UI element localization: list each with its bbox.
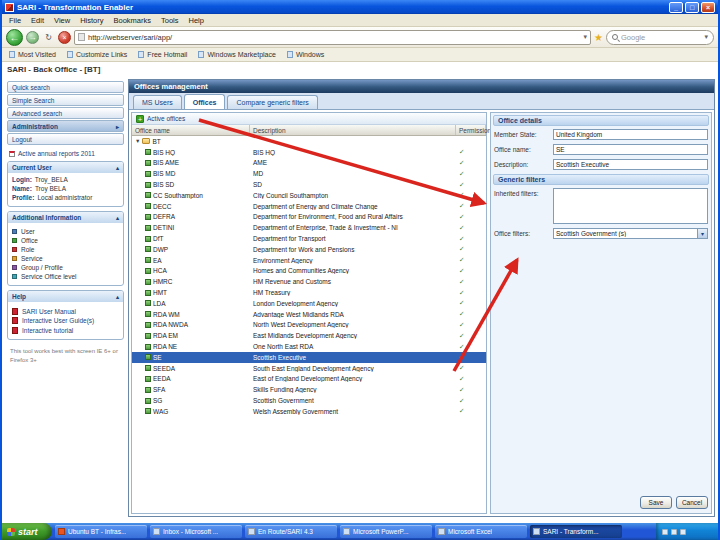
table-row[interactable]: BIS AMEAME✓ xyxy=(132,158,486,169)
add-office-icon[interactable]: + xyxy=(136,115,144,123)
menu-history[interactable]: History xyxy=(75,16,108,25)
table-row[interactable]: SGScottish Government✓ xyxy=(132,395,486,406)
sidebar-item-logout[interactable]: Logout xyxy=(7,133,124,145)
office-icon xyxy=(145,290,151,296)
menu-view[interactable]: View xyxy=(49,16,75,25)
table-row[interactable]: DETINIDepartment of Enterprise, Trade & … xyxy=(132,222,486,233)
permission-check-icon: ✓ xyxy=(459,407,464,415)
table-row[interactable]: SEEDASouth East England Development Agen… xyxy=(132,363,486,374)
menu-tools[interactable]: Tools xyxy=(156,16,184,25)
table-row[interactable]: SEScottish Executive✓ xyxy=(132,352,486,363)
menu-bookmarks[interactable]: Bookmarks xyxy=(109,16,157,25)
tab-ms-users[interactable]: MS Users xyxy=(133,95,182,109)
bookmark-customize-links[interactable]: Customize Links xyxy=(67,51,127,58)
stop-button[interactable]: × xyxy=(58,31,71,44)
office-filters-select[interactable]: Scottish Government (s) ▾ xyxy=(553,228,708,239)
collapse-icon[interactable]: ▴ xyxy=(116,214,119,221)
start-button[interactable]: start xyxy=(0,523,52,540)
save-button[interactable]: Save xyxy=(640,496,672,509)
search-engine-dropdown-icon[interactable]: ▾ xyxy=(704,33,708,41)
table-row[interactable]: WAGWelsh Assembly Government✓ xyxy=(132,406,486,417)
table-row[interactable]: LDALondon Development Agency✓ xyxy=(132,298,486,309)
refresh-button[interactable]: ↻ xyxy=(42,31,55,44)
sidebar-item-simple-search[interactable]: Simple Search xyxy=(7,94,124,106)
back-button[interactable]: ← xyxy=(6,29,23,46)
window-icon xyxy=(343,528,350,535)
taskbar-button-en-route-sari-4-3[interactable]: En Route/SARI 4.3 xyxy=(245,525,337,538)
table-row[interactable]: BIS MDMD✓ xyxy=(132,168,486,179)
description-input[interactable]: Scottish Executive xyxy=(553,159,708,170)
column-permissions[interactable]: Permissions xyxy=(456,125,486,135)
windows-logo-icon xyxy=(7,528,15,536)
volume-icon[interactable] xyxy=(680,529,686,535)
active-offices-label[interactable]: Active offices xyxy=(147,115,185,122)
sidebar-item-advanced-search[interactable]: Advanced search xyxy=(7,107,124,119)
table-row-root[interactable]: ▼ BT xyxy=(132,136,486,147)
taskbar-button-inbox-microsoft[interactable]: Inbox - Microsoft ... xyxy=(150,525,242,538)
tab-offices[interactable]: Offices xyxy=(184,94,226,109)
table-row[interactable]: RDA NWDANorth West Development Agency✓ xyxy=(132,320,486,331)
table-row[interactable]: HMTHM Treasury✓ xyxy=(132,287,486,298)
table-row[interactable]: EAEnvironment Agency✓ xyxy=(132,255,486,266)
address-dropdown-icon[interactable]: ▾ xyxy=(584,33,588,41)
tab-compare-generic-filters[interactable]: Compare generic filters xyxy=(227,95,317,109)
minimize-button[interactable]: _ xyxy=(669,2,683,13)
taskbar-button-sari-transform[interactable]: SARI - Transform... xyxy=(530,525,622,538)
bookmark-windows[interactable]: Windows xyxy=(287,51,324,58)
annual-reports-link[interactable]: Active annual reports 2011 xyxy=(9,150,122,157)
additional-info-header[interactable]: Additional Information ▴ xyxy=(8,212,123,223)
current-user-header[interactable]: Current User ▴ xyxy=(8,162,123,173)
dropdown-arrow-icon[interactable]: ▾ xyxy=(697,229,707,238)
office-name: SG xyxy=(153,397,162,404)
maximize-button[interactable]: □ xyxy=(685,2,699,13)
taskbar-button-ubuntu-bt-infras[interactable]: Ubuntu BT - Infras... xyxy=(55,525,147,538)
table-row[interactable]: EEDAEast of England Development Agency✓ xyxy=(132,374,486,385)
collapse-icon[interactable]: ▴ xyxy=(116,164,119,171)
table-row[interactable]: RDA NEOne North East RDA✓ xyxy=(132,341,486,352)
network-icon[interactable] xyxy=(671,529,677,535)
help-link-sari-user-manual[interactable]: SARI User Manual xyxy=(12,308,119,315)
collapse-icon[interactable]: ▴ xyxy=(116,293,119,300)
table-row[interactable]: HCAHomes and Communities Agency✓ xyxy=(132,266,486,277)
help-header[interactable]: Help ▴ xyxy=(8,291,123,302)
table-row[interactable]: RDA EMEast Midlands Development Agency✓ xyxy=(132,330,486,341)
table-row[interactable]: DECCDepartment of Energy and Climate Cha… xyxy=(132,201,486,212)
tree-expand-icon[interactable]: ▼ xyxy=(135,138,140,144)
table-row[interactable]: BIS SDSD✓ xyxy=(132,179,486,190)
office-permission-cell: ✓ xyxy=(456,407,486,415)
member-state-input[interactable]: United Kingdom xyxy=(553,129,708,140)
address-bar[interactable]: http://webserver/sari/app/ ▾ xyxy=(74,30,591,45)
table-row[interactable]: DWPDepartment for Work and Pensions✓ xyxy=(132,244,486,255)
menu-edit[interactable]: Edit xyxy=(26,16,49,25)
table-row[interactable]: RDA WMAdvantage West Midlands RDA✓ xyxy=(132,309,486,320)
help-link-interactive-tutorial[interactable]: Interactive tutorial xyxy=(12,327,119,334)
column-description[interactable]: Description xyxy=(250,125,456,135)
office-permission-cell: ✓ xyxy=(456,148,486,156)
close-button[interactable]: × xyxy=(701,2,715,13)
office-name-input[interactable]: SE xyxy=(553,144,708,155)
cancel-button[interactable]: Cancel xyxy=(676,496,708,509)
sidebar-item-administration[interactable]: Administration▸ xyxy=(7,120,124,132)
taskbar-button-microsoft-excel[interactable]: Microsoft Excel xyxy=(435,525,527,538)
search-box[interactable]: Google ▾ xyxy=(606,30,714,45)
table-row[interactable]: HMRCHM Revenue and Customs✓ xyxy=(132,276,486,287)
table-row[interactable]: DEFRADepartment for Environment, Food an… xyxy=(132,212,486,223)
table-row[interactable]: DfTDepartment for Transport✓ xyxy=(132,233,486,244)
menu-file[interactable]: File xyxy=(4,16,26,25)
table-row[interactable]: CC SouthamptonCity Council Southampton✓ xyxy=(132,190,486,201)
sidebar-item-quick-search[interactable]: Quick search xyxy=(7,81,124,93)
menu-help[interactable]: Help xyxy=(184,16,209,25)
table-row[interactable]: BIS HQBIS HQ✓ xyxy=(132,147,486,158)
language-icon[interactable] xyxy=(662,529,668,535)
column-office-name[interactable]: Office name xyxy=(132,125,250,135)
bookmark-free-hotmail[interactable]: Free Hotmail xyxy=(138,51,187,58)
forward-button[interactable]: → xyxy=(26,31,39,44)
bookmark-star-icon[interactable]: ★ xyxy=(594,32,603,43)
bookmark-most-visited[interactable]: Most Visited xyxy=(9,51,56,58)
inherited-filters-listbox[interactable] xyxy=(553,188,708,224)
taskbar-button-microsoft-powerp[interactable]: Microsoft PowerP... xyxy=(340,525,432,538)
bookmark-windows-marketplace[interactable]: Windows Marketplace xyxy=(198,51,275,58)
table-row[interactable]: SFASkills Funding Agency✓ xyxy=(132,384,486,395)
app-layout: Quick searchSimple SearchAdvanced search… xyxy=(4,78,716,523)
help-link-interactive-user-guide-s[interactable]: Interactive User Guide(s) xyxy=(12,317,119,324)
